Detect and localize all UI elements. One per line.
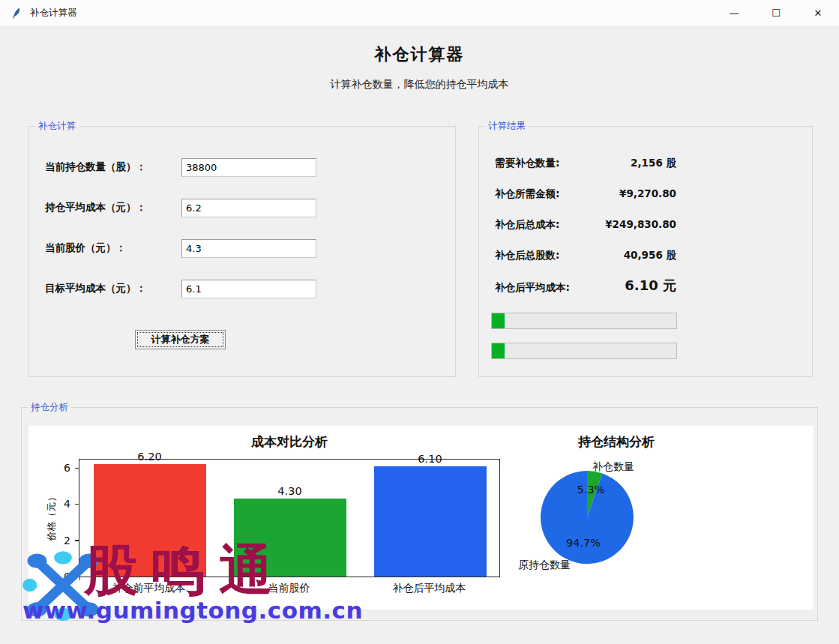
y-tick-4: 4 <box>52 498 70 510</box>
progress-fill-2 <box>492 343 505 358</box>
result-value-total-cost: ¥249,830.80 <box>480 218 676 230</box>
field-label-current-shares: 当前持仓数量（股）： <box>45 160 146 174</box>
bar-value-current-price: 4.30 <box>277 485 301 497</box>
page-subtitle: 计算补仓数量，降低您的持仓平均成本 <box>0 78 839 91</box>
calculate-button[interactable]: 计算补仓方案 <box>135 330 226 349</box>
title-bar: 补仓计算器 — ☐ ✕ <box>0 0 839 27</box>
pie-label-original-shares: 原持仓数量 <box>512 559 571 572</box>
close-button[interactable]: ✕ <box>797 0 839 27</box>
x-label-new-avg-cost: 补仓后平均成本 <box>359 582 499 595</box>
window-title: 补仓计算器 <box>30 7 77 19</box>
y-tick-2: 2 <box>52 535 70 547</box>
bar-slot-new-cost: 6.10 <box>360 460 500 577</box>
result-value-total-shares: 40,956 股 <box>480 249 676 262</box>
pie-label-added-shares: 补仓数量 <box>592 460 634 474</box>
pie-chart <box>535 465 640 570</box>
maximize-button[interactable]: ☐ <box>755 0 797 27</box>
current-price-input[interactable] <box>181 239 316 258</box>
tk-feather-icon <box>10 7 22 19</box>
field-label-target-cost: 目标平均成本（元）： <box>45 282 146 295</box>
analysis-legend: 持仓分析 <box>28 401 71 414</box>
progress-bar-1 <box>491 313 677 329</box>
progress-fill-1 <box>492 313 505 328</box>
y-tickmark <box>75 468 79 469</box>
result-value-new-avg-cost: 6.10 元 <box>480 277 676 295</box>
result-value-needed-amount: ¥9,270.80 <box>480 187 676 199</box>
page-title: 补仓计算器 <box>0 43 839 66</box>
watermark-url-text: www.gumingtong.com.cn <box>22 597 363 624</box>
avg-cost-input[interactable] <box>181 199 316 217</box>
field-label-avg-cost: 持仓平均成本（元）： <box>45 201 146 214</box>
result-value-needed-shares: 2,156 股 <box>480 157 676 170</box>
y-tick-6: 6 <box>52 462 70 474</box>
bar-new-avg-cost <box>374 466 487 577</box>
field-label-current-price: 当前股价（元）： <box>45 241 126 255</box>
watermark-brand-text: 股鸣通 <box>84 541 286 598</box>
current-shares-input[interactable] <box>181 158 316 177</box>
pie-percent-added-shares: 5.3% <box>570 484 612 496</box>
pie-chart-title: 持仓结构分析 <box>541 433 691 451</box>
minimize-button[interactable]: — <box>713 0 755 27</box>
results-legend: 计算结果 <box>485 120 529 133</box>
bar-value-pre-avg-cost: 6.20 <box>137 451 161 463</box>
bar-chart-title: 成本对比分析 <box>177 433 402 451</box>
pie-percent-original-shares: 94.7% <box>557 537 610 549</box>
target-cost-input[interactable] <box>181 280 316 298</box>
y-tickmark <box>75 540 79 541</box>
progress-bar-2 <box>491 343 677 359</box>
calc-form-legend: 补仓计算 <box>35 120 79 133</box>
y-tickmark <box>75 504 79 505</box>
bar-value-new-avg-cost: 6.10 <box>418 453 442 465</box>
